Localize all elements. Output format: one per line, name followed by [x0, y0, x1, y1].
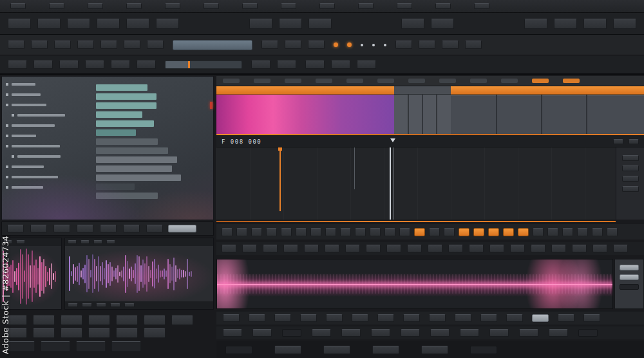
- transport-button[interactable]: [8, 19, 31, 29]
- channel-button[interactable]: [572, 245, 587, 252]
- control-button[interactable]: [421, 346, 448, 354]
- control-button[interactable]: [282, 329, 301, 337]
- control-button[interactable]: [430, 329, 450, 337]
- control-button[interactable]: [326, 314, 343, 322]
- mixer-button[interactable]: [459, 228, 469, 236]
- window-button[interactable]: [583, 19, 607, 29]
- mixer-button[interactable]: [473, 228, 484, 236]
- list-item[interactable]: [12, 114, 65, 117]
- clip-bar[interactable]: [96, 156, 177, 163]
- master-waveform-strip[interactable]: [216, 259, 613, 309]
- panel-toggle-button[interactable]: [419, 41, 435, 49]
- channel-button[interactable]: [613, 245, 628, 252]
- tool-button[interactable]: [8, 41, 24, 49]
- menu-button[interactable]: [88, 3, 103, 9]
- channel-button[interactable]: [469, 245, 484, 252]
- mixer-button[interactable]: [429, 228, 440, 236]
- clip-bar[interactable]: [96, 174, 181, 181]
- clip-bar[interactable]: [96, 102, 156, 109]
- control-button[interactable]: [341, 329, 361, 337]
- transport-button[interactable]: [156, 19, 179, 29]
- mixer-button[interactable]: [533, 228, 544, 236]
- browser-tool-button[interactable]: [123, 225, 140, 232]
- pad-button[interactable]: [76, 341, 106, 352]
- control-button[interactable]: [429, 314, 446, 322]
- side-display-button[interactable]: [620, 284, 639, 290]
- browser-tool-button[interactable]: [77, 225, 93, 232]
- list-item[interactable]: [6, 145, 65, 147]
- window-button[interactable]: [524, 19, 547, 29]
- pattern-button[interactable]: [251, 61, 270, 69]
- mixer-button[interactable]: [266, 228, 277, 236]
- playhead-orange[interactable]: [279, 147, 281, 211]
- window-button[interactable]: [613, 19, 636, 29]
- clip-bar[interactable]: [96, 93, 156, 100]
- channel-button[interactable]: [222, 245, 236, 252]
- clip-bar[interactable]: [96, 184, 135, 190]
- list-item[interactable]: [6, 83, 65, 86]
- panel-toggle-button[interactable]: [442, 41, 459, 49]
- tool-button[interactable]: [100, 41, 117, 49]
- mixer-button[interactable]: [325, 228, 336, 236]
- clip-header-band[interactable]: [394, 86, 451, 95]
- record-indicator[interactable]: [334, 42, 338, 47]
- pad-button[interactable]: [116, 316, 138, 325]
- channel-button[interactable]: [510, 245, 525, 252]
- pad-button[interactable]: [88, 328, 110, 338]
- menu-button[interactable]: [165, 3, 180, 9]
- channel-button[interactable]: [428, 245, 442, 252]
- mixer-button[interactable]: [488, 228, 499, 236]
- control-button[interactable]: [578, 329, 598, 337]
- channel-button[interactable]: [263, 245, 278, 252]
- panel-footer-button[interactable]: [124, 303, 135, 307]
- menu-button[interactable]: [49, 3, 64, 9]
- panel-footer-button[interactable]: [68, 303, 78, 307]
- grid-side-button[interactable]: [622, 165, 639, 171]
- mixer-button[interactable]: [355, 228, 366, 236]
- mixer-button[interactable]: [236, 228, 247, 236]
- edit-button[interactable]: [137, 61, 156, 69]
- transport-button[interactable]: [126, 19, 149, 29]
- channel-button[interactable]: [304, 245, 319, 252]
- channel-button[interactable]: [345, 245, 360, 252]
- mixer-button[interactable]: [607, 228, 618, 236]
- control-button[interactable]: [532, 314, 549, 322]
- mixer-button[interactable]: [281, 228, 292, 236]
- control-button[interactable]: [470, 346, 497, 354]
- meter-button[interactable]: [285, 41, 301, 49]
- panel-header-button[interactable]: [80, 240, 90, 244]
- tool-button[interactable]: [31, 41, 48, 49]
- mixer-button[interactable]: [562, 228, 573, 236]
- pad-button[interactable]: [144, 316, 166, 325]
- menu-button[interactable]: [242, 3, 258, 9]
- snap-button[interactable]: [401, 19, 424, 29]
- mixer-button[interactable]: [310, 228, 321, 236]
- tool-button[interactable]: [77, 41, 94, 49]
- edit-button[interactable]: [85, 61, 104, 69]
- panel-header-button[interactable]: [93, 240, 102, 244]
- channel-button[interactable]: [366, 245, 381, 252]
- menu-button[interactable]: [474, 3, 489, 9]
- control-button[interactable]: [223, 329, 242, 337]
- list-item[interactable]: [6, 93, 65, 96]
- panel-toggle-button[interactable]: [465, 41, 482, 49]
- counter-option-button[interactable]: [613, 139, 623, 144]
- play-indicator[interactable]: [347, 42, 352, 47]
- control-button[interactable]: [225, 346, 252, 354]
- mixer-button[interactable]: [503, 228, 514, 236]
- browser-tool-button[interactable]: [30, 225, 47, 232]
- control-button[interactable]: [583, 314, 600, 322]
- control-button[interactable]: [300, 314, 317, 322]
- control-button[interactable]: [323, 346, 350, 354]
- grid-side-button[interactable]: [622, 186, 639, 192]
- mixer-button[interactable]: [384, 228, 395, 236]
- list-item[interactable]: [6, 186, 65, 189]
- menu-button[interactable]: [10, 3, 26, 9]
- channel-button[interactable]: [242, 245, 257, 252]
- panel-footer-button[interactable]: [96, 303, 106, 307]
- channel-button[interactable]: [407, 245, 422, 252]
- menu-button[interactable]: [319, 3, 335, 9]
- pad-button[interactable]: [33, 316, 55, 325]
- playhead-marker-icon[interactable]: [390, 138, 395, 142]
- control-button[interactable]: [519, 329, 538, 337]
